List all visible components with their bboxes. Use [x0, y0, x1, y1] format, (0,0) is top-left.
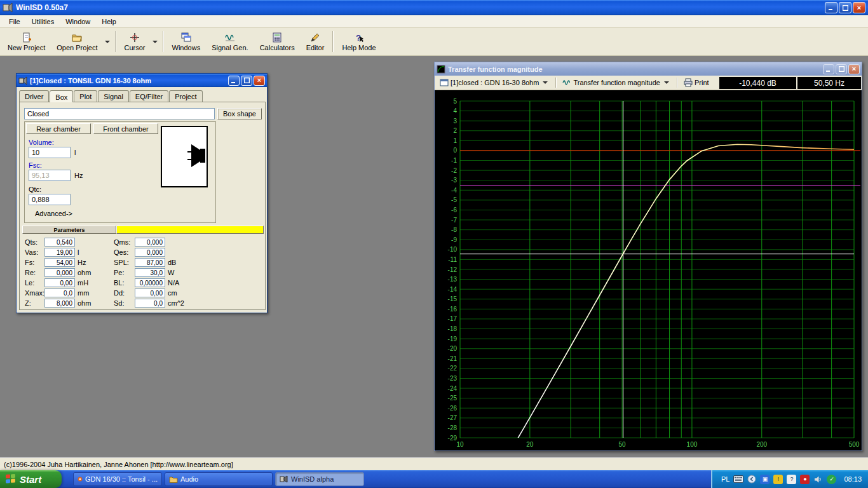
advanced-button[interactable]: Advanced-> — [35, 210, 72, 217]
toolbar-separator — [163, 31, 164, 52]
language-indicator[interactable]: PL — [721, 475, 729, 483]
volume-input[interactable]: 10 — [29, 147, 71, 158]
main-toolbar: New Project Open Project Cursor Windows … — [0, 28, 868, 56]
parameters-header-label: Parameters — [22, 226, 116, 234]
tray-icon[interactable]: ● — [800, 475, 810, 484]
rear-chamber-tab[interactable]: Rear chamber — [26, 123, 91, 134]
driver-minimize-button[interactable] — [228, 76, 240, 86]
transfer-window-titlebar[interactable]: Transfer function magnitude × — [435, 62, 862, 76]
tab-eq-filter[interactable]: EQ/Filter — [130, 90, 168, 102]
front-chamber-tab[interactable]: Front chamber — [93, 123, 158, 134]
svg-text:5: 5 — [453, 98, 457, 105]
box-type-field[interactable]: Closed — [24, 108, 215, 119]
project-selector-dropdown-icon[interactable] — [543, 81, 548, 84]
param-value[interactable]: 0,0 — [135, 299, 165, 308]
transfer-minimize-button[interactable] — [823, 64, 834, 74]
tab-driver[interactable]: Driver — [19, 90, 49, 102]
param-value[interactable]: 8,000 — [44, 299, 75, 308]
param-row: Le:0,00mH — [25, 278, 91, 288]
transfer-window-icon — [437, 65, 445, 74]
driver-window: [1]Closed : TONSIL GDN 16-30 8ohm × Driv… — [16, 73, 268, 313]
driver-window-title: [1]Closed : TONSIL GDN 16-30 8ohm — [30, 77, 151, 85]
hide-icons-button[interactable] — [747, 475, 756, 484]
keyboard-icon[interactable] — [733, 475, 743, 483]
svg-text:-14: -14 — [448, 286, 458, 293]
graph-type-dropdown-icon[interactable] — [664, 81, 669, 84]
calculators-label: Calculators — [260, 44, 295, 51]
tray-icon[interactable]: ! — [773, 475, 783, 484]
menu-help[interactable]: Help — [97, 17, 121, 27]
cursor-button[interactable]: Cursor — [119, 29, 159, 54]
tray-icon[interactable]: ▣ — [760, 475, 770, 484]
signal-gen-button[interactable]: Signal Gen. — [207, 29, 253, 54]
svg-text:-21: -21 — [448, 355, 458, 362]
param-value[interactable]: 19,00 — [44, 248, 75, 257]
param-value[interactable]: 30,0 — [135, 268, 165, 277]
box-type-value: Closed — [27, 110, 49, 118]
new-project-label: New Project — [8, 44, 45, 51]
calculators-button[interactable]: Calculators — [255, 29, 300, 54]
task-audio-icon — [169, 475, 178, 484]
param-value[interactable]: 0,00 — [135, 288, 165, 297]
plot-toolbar: [1]closed : GDN 16-30 8ohm Transfer func… — [435, 76, 862, 90]
driver-maximize-button[interactable] — [241, 76, 252, 86]
maximize-button[interactable] — [839, 2, 851, 13]
project-selector[interactable]: [1]closed : GDN 16-30 8ohm — [437, 77, 552, 88]
tray-icon[interactable]: ? — [787, 475, 796, 484]
param-value[interactable]: 87,00 — [135, 258, 165, 267]
param-value[interactable]: 0,00000 — [135, 278, 165, 287]
param-value[interactable]: 0,000 — [44, 268, 75, 277]
volume-icon[interactable] — [813, 475, 823, 484]
param-value[interactable]: 0,540 — [44, 238, 75, 247]
param-value[interactable]: 0,000 — [135, 248, 165, 257]
close-button[interactable]: × — [853, 2, 865, 13]
param-value[interactable]: 0,00 — [44, 278, 75, 287]
windows-button[interactable]: Windows — [167, 29, 206, 54]
param-value[interactable]: 0,0 — [44, 288, 75, 297]
menu-file[interactable]: File — [4, 17, 25, 27]
graph-type-selector[interactable]: Transfer function magnitude — [560, 77, 674, 88]
param-value[interactable]: 54,00 — [44, 258, 75, 267]
param-unit: cm — [168, 289, 177, 297]
help-mode-button[interactable]: ? Help Mode — [337, 29, 381, 54]
tab-signal[interactable]: Signal — [98, 90, 129, 102]
qtc-value: 0,888 — [32, 196, 50, 203]
driver-close-button[interactable]: × — [254, 76, 265, 86]
open-project-button[interactable]: Open Project — [51, 29, 111, 54]
signal-gen-label: Signal Gen. — [212, 44, 248, 51]
box-shape-button[interactable]: Box shape — [217, 108, 262, 119]
driver-window-titlebar[interactable]: [1]Closed : TONSIL GDN 16-30 8ohm × — [17, 74, 267, 87]
param-value[interactable]: 0,000 — [135, 238, 165, 247]
new-project-button[interactable]: New Project — [3, 29, 50, 54]
menu-utilities[interactable]: Utilities — [27, 17, 59, 27]
fsc-input[interactable]: 95,13 — [29, 170, 71, 181]
tab-plot[interactable]: Plot — [74, 90, 97, 102]
menu-window[interactable]: Window — [60, 17, 95, 27]
svg-text:200: 200 — [756, 441, 767, 448]
svg-text:-22: -22 — [448, 365, 458, 372]
cursor-dropdown-icon[interactable] — [153, 41, 158, 43]
start-button[interactable]: Start — [0, 470, 62, 488]
toolbar-separator — [555, 78, 557, 88]
task-gdn-tonsil[interactable]: GDN 16/30 :: Tonsil - ... — [73, 472, 162, 486]
transfer-function-plot[interactable]: 543210-1-2-3-4-5-6-7-8-9-10-11-12-13-14-… — [435, 90, 862, 451]
transfer-maximize-button[interactable] — [836, 64, 847, 74]
param-label: Z: — [25, 299, 44, 307]
qtc-input[interactable]: 0,888 — [29, 194, 71, 205]
tab-box[interactable]: Box — [50, 90, 73, 102]
tab-project[interactable]: Project — [169, 90, 202, 102]
minimize-button[interactable] — [825, 2, 837, 13]
task-winisd-alpha[interactable]: WinISD alpha — [275, 472, 364, 486]
task-audio[interactable]: Audio — [165, 472, 273, 486]
param-row: Dd:0,00cm — [114, 288, 184, 298]
param-row: Xmax:0,0mm — [25, 288, 91, 298]
open-project-dropdown-icon[interactable] — [105, 41, 110, 43]
editor-button[interactable]: Editor — [301, 29, 330, 54]
task-label: GDN 16/30 :: Tonsil - ... — [85, 475, 158, 483]
param-row: Sd:0,0cm^2 — [114, 298, 184, 308]
param-row: Re:0,000ohm — [25, 268, 91, 278]
print-button[interactable]: Print — [681, 77, 712, 88]
transfer-close-button[interactable]: × — [848, 64, 860, 74]
tray-icon[interactable]: ✓ — [827, 475, 836, 484]
clock[interactable]: 08:13 — [844, 475, 862, 483]
